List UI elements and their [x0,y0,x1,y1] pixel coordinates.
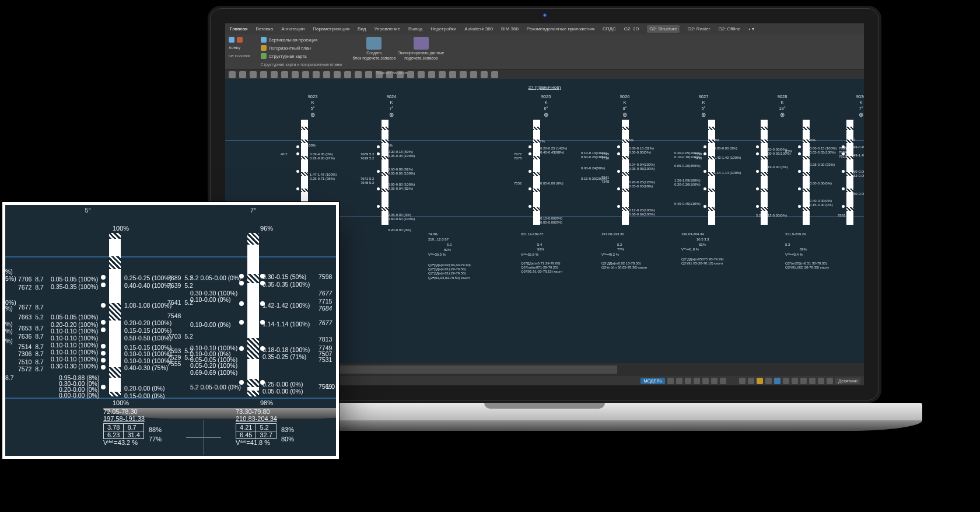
toolbar-icon[interactable] [281,71,288,78]
value-label: 0.00-0.00 (0%) [714,147,737,151]
value-label: 5.3 [785,243,790,247]
menu-bar[interactable]: ГлавнаяВставкаАннотацииПараметризацияВид… [225,23,864,34]
status-icon[interactable] [765,378,772,384]
menu-item[interactable]: BIM 360 [501,26,519,32]
value-label: 5.2 0.05-0.00 (0%) [190,383,241,391]
ribbon-item[interactable]: Вертикальная проекция [269,37,318,43]
plus-icon[interactable] [229,37,235,43]
plan-icon[interactable] [261,45,267,51]
menu-item[interactable]: Рекомендованные приложения [527,26,594,32]
sample-dot-icon [377,152,380,155]
menu-item[interactable]: G2: 2D [624,26,639,32]
toolbar-icon[interactable] [355,71,362,78]
menu-more-icon[interactable]: • ▾ [749,26,754,32]
value-label: 1.14-1.14 (100%) [714,171,741,175]
pct-label: 100% [113,399,129,407]
status-icon[interactable] [818,378,824,384]
toolbar-icon[interactable] [407,71,414,78]
menu-item[interactable]: Управление [374,26,400,32]
menu-item[interactable]: Главная [230,26,247,32]
pct-label: 83% [281,426,294,434]
ribbon-button-export[interactable]: Экспортировать данные подсчета запасов [398,37,444,60]
well-column [761,120,768,225]
value-label: 100% [307,144,316,148]
lwt-icon[interactable] [720,378,726,384]
value-label: 0.09-4.06 (0%)0.33-0.30 (97%) [310,152,335,161]
sample-dot-icon [798,152,801,155]
id-label: 7306 8.7 [18,350,44,358]
menu-item[interactable]: СПДС [603,26,616,32]
value-label: 10.5 3.3 [696,238,709,242]
toolbar-icon[interactable] [481,71,488,78]
status-icon[interactable] [792,378,798,384]
toolbar-icon[interactable] [418,71,425,78]
value-label: 0.00-0.15 (100%)0.05-0.05(100%) [810,147,836,155]
menu-item[interactable]: Аннотации [281,26,304,32]
ribbon-button-create-block[interactable]: Создать блок подсчета запасов [352,37,396,60]
person-icon[interactable] [774,378,780,384]
menu-item[interactable]: Надстройки [430,26,456,32]
status-icon[interactable] [827,378,833,384]
value-label: Vᵈᵃ=40.4 % [785,253,803,257]
toolbar-icon[interactable] [334,71,341,78]
menu-item[interactable]: Вид [358,26,366,32]
osnap-icon[interactable] [702,378,709,384]
map-icon[interactable] [261,53,267,59]
toolbar-icon[interactable] [229,71,236,78]
well-column [109,233,121,396]
menu-item[interactable]: G2: Raster [688,26,710,32]
menu-item[interactable]: G2: Structure [647,25,680,33]
menu-item[interactable]: Параметризация [313,26,349,32]
menu-item[interactable]: G2: Offline [718,26,740,32]
model-space-button[interactable]: МОДЕЛЬ [640,378,665,384]
menu-item[interactable]: Вывод [408,26,422,32]
toolbar-icon[interactable] [439,71,446,78]
grid-icon[interactable] [667,378,674,384]
gear-icon[interactable] [757,378,763,384]
value-label: 0.40-0.40 (100%) [124,281,172,290]
snap-icon[interactable] [676,378,682,384]
toolbar-icon[interactable] [449,71,456,78]
toolbar-icon[interactable] [491,71,498,78]
sample-dot-icon [101,344,106,349]
status-icon[interactable] [809,378,816,384]
well-summary: 73.30-79.80210.83-204.344.215.26.4532.78… [236,408,339,419]
toolbar-icon[interactable] [460,71,467,78]
swatch-icon[interactable] [237,37,243,43]
status-icon[interactable] [800,378,807,384]
toolbar-icon[interactable] [323,71,330,78]
track-icon[interactable] [711,378,718,384]
value-label: 82% [444,248,451,252]
toolbar-icon[interactable] [428,71,435,78]
toolbar-icon[interactable] [302,71,309,78]
menu-item[interactable]: Autodesk 360 [464,26,493,32]
status-icon[interactable] [748,378,754,384]
status-icon[interactable] [783,378,789,384]
ribbon-item[interactable]: Структурная карта [269,54,307,59]
sample-dot-icon [617,152,620,155]
toolbar-icon[interactable] [271,71,278,78]
well-header: 9023K5°⊕ [278,94,348,119]
id-label: 7677 [318,319,332,327]
ortho-icon[interactable] [685,378,691,384]
units-label[interactable]: Десятичн [835,378,860,384]
toolbar-icon[interactable] [292,71,299,78]
toolbar-icon[interactable] [365,71,372,78]
toolbar-icon[interactable] [260,71,267,78]
layer-icon[interactable] [261,37,267,43]
toolbar-icon[interactable] [470,71,477,78]
toolbar-icon[interactable] [313,71,320,78]
menu-item[interactable]: Вставка [256,26,273,32]
toolbar-icon[interactable] [344,71,351,78]
value-label: 7641 5.27548 5.2 [360,177,374,185]
toolbar-icon[interactable] [250,71,257,78]
ribbon-item[interactable]: Погоризонтный план [269,46,311,51]
id-label: 7555 [167,360,184,368]
pct-label: 100% [113,224,129,233]
value-label: 0.49-0.45(110%) [674,202,701,206]
status-icon[interactable] [739,378,746,384]
block-icon [366,37,382,50]
value-label: 0.20-0.00 (0%) [388,228,411,232]
toolbar-icon[interactable] [239,71,246,78]
polar-icon[interactable] [694,378,700,384]
